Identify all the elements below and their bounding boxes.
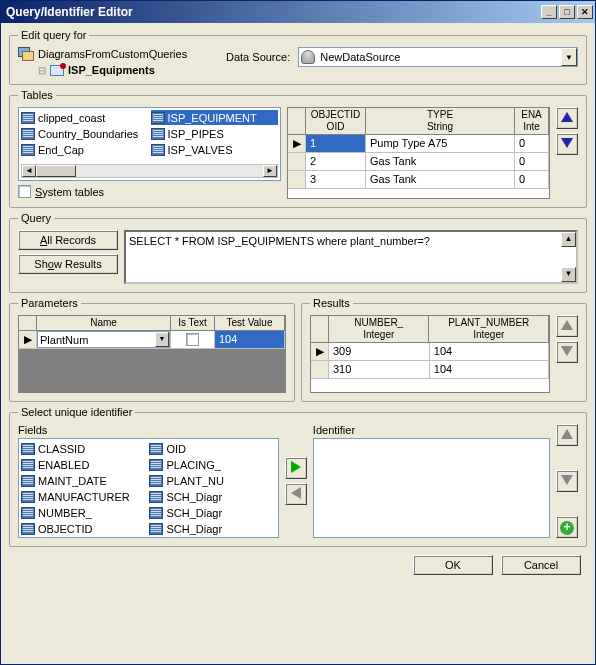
query-legend: Query [18,212,54,224]
show-results-button[interactable]: Show Results [18,254,118,274]
list-item[interactable]: SCH_Diagr [149,489,275,504]
fields-label: Fields [18,424,279,436]
list-item[interactable]: ISP_EQUIPMENT [151,110,279,125]
cancel-button[interactable]: Cancel [501,555,581,575]
table-row[interactable]: 310 104 [311,361,549,379]
datasource-value: NewDataSource [317,51,561,63]
datasource-label: Data Source: [226,51,290,63]
list-item[interactable]: ISP_VALVES [151,142,279,157]
list-item[interactable]: End_Cap [21,142,149,157]
tables-hscroll[interactable]: ◄ ► [21,164,278,178]
query-group: Query All Records Show Results All Recor… [9,212,587,293]
tree-child-row[interactable]: ⊟ ISP_Equipments [18,64,218,76]
move-up-button[interactable] [556,107,578,129]
system-tables-label: SSystem tablesystem tables [35,186,104,198]
table-row[interactable]: ▶ 1 Pump Type A75 0 [288,135,549,153]
is-text-checkbox[interactable] [186,333,199,346]
move-down-button[interactable] [556,133,578,155]
arrow-up-icon [561,112,573,122]
list-item[interactable]: OID [149,441,275,456]
results-down-button[interactable] [556,341,578,363]
tables-legend: Tables [18,89,56,101]
all-records-button[interactable]: All Records [18,230,118,250]
plus-icon: + [560,521,574,535]
close-button[interactable]: ✕ [577,5,593,19]
scroll-right-icon[interactable]: ► [263,165,277,177]
list-item[interactable]: NUMBER_ [21,505,147,520]
identifier-label: Identifier [313,424,550,436]
remove-field-button[interactable] [285,483,307,505]
chevron-down-icon[interactable]: ▼ [155,332,169,347]
tree-parent-row[interactable]: DiagramsFromCustomQueries [18,47,218,61]
diagrams-icon [18,47,34,61]
system-tables-checkbox[interactable] [18,185,31,198]
scroll-up-icon[interactable]: ▲ [561,232,576,247]
results-grid[interactable]: NUMBER_Integer PLANT_NUMBERInteger ▶ 309… [310,315,550,393]
datasource-combo[interactable]: NewDataSource ▼ [298,47,578,67]
tables-preview-grid[interactable]: OBJECTIDOID TYPEString ENAInte ▶ 1 Pump … [287,107,550,199]
list-item[interactable]: clipped_coast [21,110,149,125]
window-title: Query/Identifier Editor [6,5,541,19]
arrow-down-icon [561,475,573,485]
arrow-down-icon [561,346,573,356]
identifier-list[interactable] [313,438,550,538]
tables-list[interactable]: clipped_coast Country_Boundaries End_Cap… [18,107,281,181]
tree-branch-icon: ⊟ [38,65,46,76]
list-item[interactable]: PLANT_NU [149,473,275,488]
minimize-button[interactable]: _ [541,5,557,19]
table-row[interactable]: 2 Gas Tank 0 [288,153,549,171]
results-group: Results NUMBER_Integer PLANT_NUMBERInteg… [301,297,587,402]
identifier-group: Select unique identifier Fields CLASSID … [9,406,587,547]
identifier-legend: Select unique identifier [18,406,135,418]
arrow-right-icon [291,461,301,473]
ok-button[interactable]: OK [413,555,493,575]
list-item[interactable]: OBJECTID [21,521,147,536]
edit-query-group: Edit query for DiagramsFromCustomQueries… [9,29,587,85]
tree-selected-label: ISP_Equipments [68,64,155,76]
list-item[interactable]: ISP_PIPES [151,126,279,141]
edit-query-legend: Edit query for [18,29,89,41]
identifier-add-button[interactable]: + [556,516,578,538]
list-item[interactable]: MANUFACTURER [21,489,147,504]
table-row[interactable]: ▶ 309 104 [311,343,549,361]
list-item[interactable]: PLACING_ [149,457,275,472]
title-bar: Query/Identifier Editor _ □ ✕ [1,1,595,23]
scroll-down-icon[interactable]: ▼ [561,267,576,282]
list-item[interactable]: ENABLED [21,457,147,472]
identifier-up-button[interactable] [556,424,578,446]
arrow-up-icon [561,320,573,330]
results-up-button[interactable] [556,315,578,337]
scroll-thumb[interactable] [36,165,76,177]
parameters-grid[interactable]: Name Is Text Test Value ▶ PlantNum ▼ [18,315,286,393]
sql-textarea[interactable]: SELECT * FROM ISP_EQUIPMENTS where plant… [124,230,578,284]
table-row[interactable]: 3 Gas Tank 0 [288,171,549,189]
list-item[interactable]: CLASSID [21,441,147,456]
maximize-button[interactable]: □ [559,5,575,19]
chevron-down-icon[interactable]: ▼ [561,48,577,66]
identifier-down-button[interactable] [556,470,578,492]
test-value-cell[interactable]: 104 [215,331,285,349]
scroll-left-icon[interactable]: ◄ [22,165,36,177]
table-row[interactable]: ▶ PlantNum ▼ 104 [19,331,285,349]
parameter-name-combo[interactable]: PlantNum ▼ [37,331,170,348]
add-field-button[interactable] [285,457,307,479]
arrow-down-icon [561,138,573,148]
results-legend: Results [310,297,353,309]
fields-list[interactable]: CLASSID ENABLED MAINT_DATE MANUFACTURER … [18,438,279,538]
list-item[interactable]: Country_Boundaries [21,126,149,141]
arrow-up-icon [561,429,573,439]
table-icon [50,65,64,76]
list-item[interactable]: SCH_Diagr [149,521,275,536]
arrow-left-icon [291,487,301,499]
database-icon [301,50,315,64]
list-item[interactable]: SCH_Diagr [149,505,275,520]
parameters-group: Parameters Name Is Text Test Value ▶ [9,297,295,402]
list-item[interactable]: MAINT_DATE [21,473,147,488]
parameters-legend: Parameters [18,297,81,309]
tree-parent-label: DiagramsFromCustomQueries [38,48,187,60]
tables-group: Tables clipped_coast Country_Boundaries … [9,89,587,208]
